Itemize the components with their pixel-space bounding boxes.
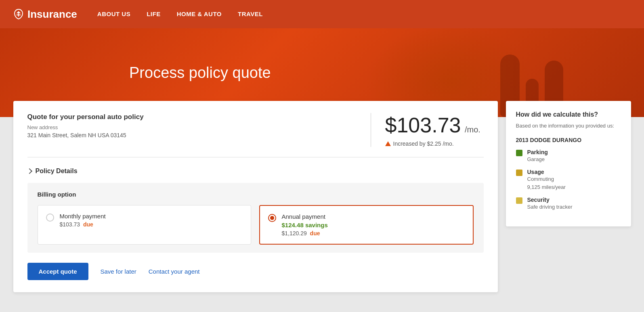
- logo-text: Insurance: [27, 8, 77, 21]
- usage-label: Usage: [527, 169, 566, 175]
- nav-link-life[interactable]: LIFE: [147, 10, 161, 17]
- quote-price-section: $103.73 /mo. Increased by $2.25 /mo.: [371, 113, 484, 147]
- increase-arrow-icon: [385, 141, 391, 146]
- nav-link-home-auto[interactable]: HOME & AUTO: [177, 10, 222, 17]
- nav-item-home-auto[interactable]: HOME & AUTO: [177, 10, 222, 18]
- monthly-due: due: [83, 221, 93, 228]
- security-dot: [516, 197, 522, 204]
- radio-inner: [270, 216, 274, 220]
- sidebar-subtitle: Based on the information you provided us…: [516, 122, 621, 130]
- price-per: /mo.: [465, 125, 480, 134]
- billing-option-monthly[interactable]: Monthly payment $103.73 due: [38, 205, 251, 245]
- quote-heading: Quote for your personal auto policy: [27, 113, 144, 121]
- nav-link-travel[interactable]: TRAVEL: [238, 10, 263, 17]
- nav-item-travel[interactable]: TRAVEL: [238, 10, 263, 18]
- security-label: Security: [527, 197, 573, 203]
- main-content: Quote for your personal auto policy New …: [5, 101, 639, 304]
- billing-monthly-details: Monthly payment $103.73 due: [60, 213, 106, 228]
- navbar: Insurance ABOUT US LIFE HOME & AUTO TRAV…: [0, 0, 644, 28]
- billing-option-annual[interactable]: Annual payment $124.48 savings $1,120.29…: [259, 205, 474, 245]
- quote-card: Quote for your personal auto policy New …: [13, 101, 498, 292]
- annual-label: Annual payment: [282, 213, 328, 220]
- nav-links: ABOUT US LIFE HOME & AUTO TRAVEL: [97, 10, 263, 18]
- logo[interactable]: Insurance: [12, 8, 77, 21]
- parking-dot: [516, 150, 522, 156]
- policy-details-label: Policy Details: [36, 168, 78, 175]
- save-for-later-link[interactable]: Save for later: [101, 268, 136, 275]
- hero-title: Process policy quote: [129, 64, 271, 82]
- detail-security: Security Safe driving tracker: [516, 197, 621, 211]
- annual-amount-value: $1,120.29: [282, 230, 307, 237]
- price-display: $103.73 /mo.: [385, 113, 484, 137]
- detail-parking: Parking Garage: [516, 149, 621, 163]
- accept-quote-button[interactable]: Accept quote: [27, 263, 88, 280]
- increase-text: Increased by $2.25 /mo.: [393, 140, 454, 147]
- nav-item-life[interactable]: LIFE: [147, 10, 161, 18]
- price-increase: Increased by $2.25 /mo.: [385, 140, 484, 147]
- nav-item-about[interactable]: ABOUT US: [97, 10, 130, 18]
- price-amount: $103.73: [385, 113, 461, 137]
- monthly-amount: $103.73 due: [60, 221, 106, 228]
- annual-due: due: [310, 230, 320, 237]
- parking-text: Parking Garage: [527, 149, 548, 163]
- usage-text: Usage Commuting9,125 miles/year: [527, 169, 566, 191]
- radio-annual[interactable]: [268, 214, 276, 222]
- monthly-amount-value: $103.73: [60, 221, 80, 228]
- address-label: New address: [27, 124, 144, 130]
- billing-options: Monthly payment $103.73 due Annual payme…: [38, 205, 474, 245]
- car-name: 2013 DODGE DURANGO: [516, 137, 621, 143]
- security-text: Security Safe driving tracker: [527, 197, 573, 211]
- billing-annual-details: Annual payment $124.48 savings $1,120.29…: [282, 213, 328, 237]
- contact-agent-link[interactable]: Contact your agent: [149, 268, 200, 275]
- usage-dot: [516, 170, 522, 176]
- security-value: Safe driving tracker: [527, 204, 573, 210]
- monthly-label: Monthly payment: [60, 213, 106, 220]
- action-buttons: Accept quote Save for later Contact your…: [27, 263, 484, 280]
- logo-icon: [12, 8, 25, 21]
- billing-section: Billing option Monthly payment $103.73 d…: [27, 183, 484, 253]
- sidebar-title: How did we calculate this?: [516, 111, 621, 118]
- quote-address: Quote for your personal auto policy New …: [27, 113, 144, 138]
- address-value: 321 Main Street, Salem NH USA 03145: [27, 132, 144, 138]
- annual-amount: $1,120.29 due: [282, 230, 328, 237]
- policy-details-toggle[interactable]: Policy Details: [27, 168, 484, 175]
- quote-header: Quote for your personal auto policy New …: [27, 113, 484, 157]
- radio-monthly[interactable]: [46, 214, 54, 222]
- annual-savings: $124.48 savings: [282, 222, 328, 228]
- nav-link-about[interactable]: ABOUT US: [97, 10, 130, 17]
- sidebar-card: How did we calculate this? Based on the …: [506, 101, 631, 226]
- chevron-right-icon: [26, 168, 32, 174]
- usage-value: Commuting9,125 miles/year: [527, 176, 566, 190]
- parking-value: Garage: [527, 156, 545, 162]
- detail-usage: Usage Commuting9,125 miles/year: [516, 169, 621, 191]
- billing-title: Billing option: [38, 191, 474, 198]
- parking-label: Parking: [527, 149, 548, 155]
